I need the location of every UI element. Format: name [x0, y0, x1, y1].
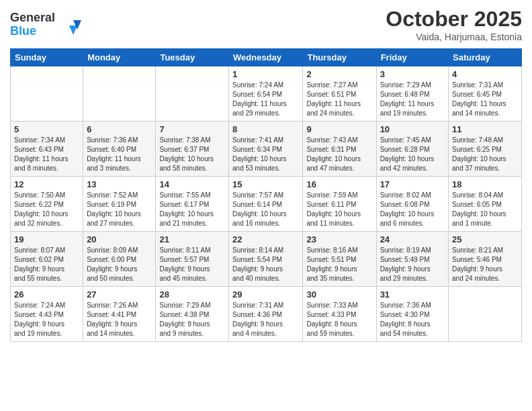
day-info: Sunrise: 7:43 AM Sunset: 6:31 PM Dayligh… [306, 136, 372, 173]
location-subtitle: Vaida, Harjumaa, Estonia [386, 32, 522, 42]
day-number: 5 [14, 124, 79, 134]
day-number: 30 [306, 289, 372, 300]
day-info: Sunrise: 8:21 AM Sunset: 5:46 PM Dayligh… [452, 246, 518, 283]
day-info: Sunrise: 8:09 AM Sunset: 6:00 PM Dayligh… [87, 246, 152, 283]
day-info: Sunrise: 7:34 AM Sunset: 6:43 PM Dayligh… [14, 136, 79, 173]
calendar-cell: 22Sunrise: 8:14 AM Sunset: 5:54 PM Dayli… [229, 232, 303, 287]
day-number: 9 [306, 124, 372, 134]
day-number: 3 [380, 69, 445, 79]
day-number: 10 [380, 124, 445, 134]
day-number: 21 [159, 234, 225, 244]
calendar-cell: 17Sunrise: 8:02 AM Sunset: 6:08 PM Dayli… [376, 177, 448, 232]
day-number: 18 [452, 179, 518, 189]
month-title: October 2025 [386, 7, 522, 32]
calendar-cell: 30Sunrise: 7:33 AM Sunset: 4:33 PM Dayli… [303, 287, 376, 342]
day-number: 12 [14, 179, 79, 189]
header-friday: Friday [376, 49, 448, 66]
calendar-cell: 18Sunrise: 8:04 AM Sunset: 6:05 PM Dayli… [449, 177, 522, 232]
calendar-header-row: Sunday Monday Tuesday Wednesday Thursday… [11, 49, 522, 66]
day-number: 11 [452, 124, 518, 134]
day-number: 22 [232, 234, 299, 244]
calendar-cell [449, 287, 522, 342]
calendar-cell: 27Sunrise: 7:26 AM Sunset: 4:41 PM Dayli… [83, 287, 156, 342]
calendar-week-4: 19Sunrise: 8:07 AM Sunset: 6:02 PM Dayli… [11, 232, 522, 287]
svg-text:General: General [10, 11, 55, 24]
calendar-week-1: 1Sunrise: 7:24 AM Sunset: 6:54 PM Daylig… [11, 66, 522, 122]
calendar-cell: 29Sunrise: 7:31 AM Sunset: 4:36 PM Dayli… [229, 287, 303, 342]
calendar-cell [11, 66, 83, 122]
calendar-cell: 4Sunrise: 7:31 AM Sunset: 6:45 PM Daylig… [449, 66, 522, 122]
day-number: 4 [452, 69, 518, 79]
calendar-cell: 11Sunrise: 7:48 AM Sunset: 6:25 PM Dayli… [449, 122, 522, 177]
day-info: Sunrise: 7:55 AM Sunset: 6:17 PM Dayligh… [159, 191, 225, 228]
calendar-cell: 21Sunrise: 8:11 AM Sunset: 5:57 PM Dayli… [156, 232, 229, 287]
calendar-cell: 15Sunrise: 7:57 AM Sunset: 6:14 PM Dayli… [229, 177, 303, 232]
day-info: Sunrise: 7:41 AM Sunset: 6:34 PM Dayligh… [232, 136, 299, 173]
day-info: Sunrise: 7:29 AM Sunset: 6:48 PM Dayligh… [380, 81, 445, 118]
day-info: Sunrise: 7:29 AM Sunset: 4:38 PM Dayligh… [159, 301, 225, 338]
calendar-cell: 13Sunrise: 7:52 AM Sunset: 6:19 PM Dayli… [83, 177, 156, 232]
calendar-cell: 2Sunrise: 7:27 AM Sunset: 6:51 PM Daylig… [303, 66, 376, 122]
day-info: Sunrise: 7:38 AM Sunset: 6:37 PM Dayligh… [159, 136, 225, 173]
calendar-cell: 12Sunrise: 7:50 AM Sunset: 6:22 PM Dayli… [11, 177, 83, 232]
day-number: 17 [380, 179, 445, 189]
day-info: Sunrise: 7:31 AM Sunset: 4:36 PM Dayligh… [232, 301, 299, 338]
header-monday: Monday [83, 49, 156, 66]
day-info: Sunrise: 8:14 AM Sunset: 5:54 PM Dayligh… [232, 246, 299, 283]
day-info: Sunrise: 7:57 AM Sunset: 6:14 PM Dayligh… [232, 191, 299, 228]
calendar-week-3: 12Sunrise: 7:50 AM Sunset: 6:22 PM Dayli… [11, 177, 522, 232]
day-info: Sunrise: 8:11 AM Sunset: 5:57 PM Dayligh… [159, 246, 225, 283]
calendar-cell: 26Sunrise: 7:24 AM Sunset: 4:43 PM Dayli… [11, 287, 83, 342]
day-info: Sunrise: 7:36 AM Sunset: 4:30 PM Dayligh… [380, 301, 445, 338]
day-info: Sunrise: 8:19 AM Sunset: 5:49 PM Dayligh… [380, 246, 445, 283]
day-number: 23 [306, 234, 372, 244]
calendar-cell: 10Sunrise: 7:45 AM Sunset: 6:28 PM Dayli… [376, 122, 448, 177]
logo-text: General Blue [10, 7, 84, 43]
header-wednesday: Wednesday [229, 49, 303, 66]
header-thursday: Thursday [303, 49, 376, 66]
calendar-cell: 14Sunrise: 7:55 AM Sunset: 6:17 PM Dayli… [156, 177, 229, 232]
day-info: Sunrise: 7:50 AM Sunset: 6:22 PM Dayligh… [14, 191, 79, 228]
calendar-cell: 9Sunrise: 7:43 AM Sunset: 6:31 PM Daylig… [303, 122, 376, 177]
logo: General Blue [10, 7, 84, 43]
day-info: Sunrise: 8:16 AM Sunset: 5:51 PM Dayligh… [306, 246, 372, 283]
calendar-cell: 3Sunrise: 7:29 AM Sunset: 6:48 PM Daylig… [376, 66, 448, 122]
calendar-cell: 23Sunrise: 8:16 AM Sunset: 5:51 PM Dayli… [303, 232, 376, 287]
day-info: Sunrise: 7:52 AM Sunset: 6:19 PM Dayligh… [87, 191, 152, 228]
day-number: 15 [232, 179, 299, 189]
day-info: Sunrise: 7:24 AM Sunset: 4:43 PM Dayligh… [14, 301, 79, 338]
day-number: 27 [87, 289, 152, 300]
day-info: Sunrise: 7:33 AM Sunset: 4:33 PM Dayligh… [306, 301, 372, 338]
header-saturday: Saturday [449, 49, 522, 66]
calendar-cell: 19Sunrise: 8:07 AM Sunset: 6:02 PM Dayli… [11, 232, 83, 287]
page-container: General Blue October 2025 Vaida, Harjuma… [0, 0, 532, 349]
day-info: Sunrise: 7:48 AM Sunset: 6:25 PM Dayligh… [452, 136, 518, 173]
header: General Blue October 2025 Vaida, Harjuma… [10, 7, 522, 43]
day-info: Sunrise: 7:36 AM Sunset: 6:40 PM Dayligh… [87, 136, 152, 173]
calendar-cell: 1Sunrise: 7:24 AM Sunset: 6:54 PM Daylig… [229, 66, 303, 122]
day-info: Sunrise: 7:27 AM Sunset: 6:51 PM Dayligh… [306, 81, 372, 118]
day-number: 19 [14, 234, 79, 244]
day-number: 2 [306, 69, 372, 79]
day-info: Sunrise: 7:31 AM Sunset: 6:45 PM Dayligh… [452, 81, 518, 118]
calendar-cell: 5Sunrise: 7:34 AM Sunset: 6:43 PM Daylig… [11, 122, 83, 177]
day-number: 1 [232, 69, 299, 79]
day-info: Sunrise: 7:26 AM Sunset: 4:41 PM Dayligh… [87, 301, 152, 338]
svg-marker-2 [69, 26, 77, 35]
svg-text:Blue: Blue [10, 24, 36, 38]
day-info: Sunrise: 7:24 AM Sunset: 6:54 PM Dayligh… [232, 81, 299, 118]
day-number: 6 [87, 124, 152, 134]
day-number: 25 [452, 234, 518, 244]
day-number: 29 [232, 289, 299, 300]
day-number: 24 [380, 234, 445, 244]
calendar-cell: 28Sunrise: 7:29 AM Sunset: 4:38 PM Dayli… [156, 287, 229, 342]
day-number: 20 [87, 234, 152, 244]
calendar-cell: 24Sunrise: 8:19 AM Sunset: 5:49 PM Dayli… [376, 232, 448, 287]
header-sunday: Sunday [11, 49, 83, 66]
day-info: Sunrise: 7:59 AM Sunset: 6:11 PM Dayligh… [306, 191, 372, 228]
calendar-cell: 7Sunrise: 7:38 AM Sunset: 6:37 PM Daylig… [156, 122, 229, 177]
day-number: 13 [87, 179, 152, 189]
calendar-cell [83, 66, 156, 122]
day-number: 26 [14, 289, 79, 300]
header-tuesday: Tuesday [156, 49, 229, 66]
